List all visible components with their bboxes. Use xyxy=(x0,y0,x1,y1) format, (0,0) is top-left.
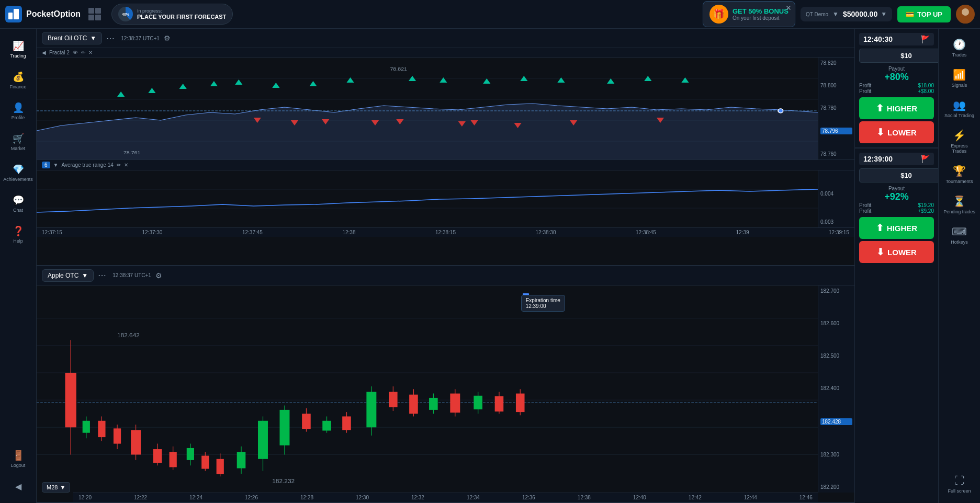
far-sidebar-item-fullscreen[interactable]: ⛶ Full screen xyxy=(941,471,978,498)
fractal-close-icon[interactable]: ✕ xyxy=(88,50,93,55)
sidebar-item-market[interactable]: 🛒 Market xyxy=(3,128,34,156)
atr-label: Average true range 14 xyxy=(61,162,113,168)
chat-icon: 💬 xyxy=(13,195,24,206)
fractal-indicator-label: Fractal 2 xyxy=(49,50,70,55)
brent-svg: 78.761 78.821 xyxy=(37,58,818,159)
fractal-collapse-icon[interactable]: ◀ xyxy=(42,50,46,55)
chart-apple: Apple OTC ▼ ⋯ 12:38:37 UTC+1 ⚙ Expiratio… xyxy=(37,266,854,504)
brent-time-axis: 12:37:15 12:37:30 12:37:45 12:38 12:38:1… xyxy=(37,227,854,237)
svg-marker-20 xyxy=(557,77,565,83)
top-profit-change-row: Profit +$8.00 xyxy=(859,88,934,94)
bottom-profit-val: $19.20 xyxy=(918,202,934,208)
charts-area: Brent Oil OTC ▼ ⋯ 12:38:37 UTC+1 ⚙ ◀ Fra… xyxy=(37,29,854,503)
svg-rect-68 xyxy=(237,452,246,468)
far-sidebar-item-express-trades[interactable]: ⚡ Express Trades xyxy=(941,125,978,158)
sidebar-item-profile[interactable]: 👤 Profile xyxy=(3,97,34,125)
svg-marker-23 xyxy=(681,77,689,83)
atr-collapse-icon[interactable]: ▼ xyxy=(53,162,59,168)
sidebar-item-trading[interactable]: 📈 Trading xyxy=(3,35,34,64)
far-sidebar-item-tournaments[interactable]: 🏆 Tournaments xyxy=(941,161,978,188)
topup-button[interactable]: 💳 TOP UP xyxy=(897,6,951,22)
brent-settings-icon[interactable]: ⚙ xyxy=(164,34,171,42)
market-icon: 🛒 xyxy=(13,133,24,144)
apple-price-axis: 182.700 182.600 182.500 182.400 182.428 … xyxy=(818,285,854,493)
top-higher-button[interactable]: ⬆ HIGHER xyxy=(859,97,934,119)
svg-text:182.642: 182.642 xyxy=(117,332,140,338)
svg-rect-66 xyxy=(217,459,224,474)
svg-rect-84 xyxy=(409,394,418,414)
svg-rect-94 xyxy=(516,393,525,411)
sidebar-item-help[interactable]: ❓ Help xyxy=(3,220,34,249)
header-right: 🎁 GET 50% BONUS On your first deposit ✕ … xyxy=(703,1,975,27)
express-trades-icon: ⚡ xyxy=(953,129,966,142)
svg-rect-88 xyxy=(450,393,460,413)
bottom-profit-row: Profit $19.20 xyxy=(859,202,934,208)
apple-chart-main[interactable]: Expiration time 12:39:00 xyxy=(37,285,818,493)
sidebar-item-finance[interactable]: 💰 Finance xyxy=(3,66,34,95)
svg-marker-12 xyxy=(235,79,242,85)
apple-settings-icon[interactable]: ⚙ xyxy=(155,271,162,280)
svg-rect-82 xyxy=(389,392,398,407)
fractal-edit-icon[interactable]: ✏ xyxy=(81,50,85,55)
svg-rect-76 xyxy=(322,420,331,430)
account-dropdown-arrow[interactable]: ▼ xyxy=(881,10,887,18)
far-sidebar-item-trades[interactable]: 🕐 Trades xyxy=(941,34,978,62)
far-sidebar-item-pending-trades[interactable]: ⏳ Pending trades xyxy=(941,191,978,219)
svg-marker-13 xyxy=(272,83,279,88)
bottom-profit-change: +$9.20 xyxy=(918,208,934,214)
tournaments-icon: 🏆 xyxy=(953,165,966,177)
top-payout-label: Payout xyxy=(859,66,934,72)
trade-panel-bottom: 12:39:00 🚩 $ Payout +92% Profit $19.20 P… xyxy=(855,148,938,267)
sidebar-item-achievements[interactable]: 💎 Achievements xyxy=(3,158,34,187)
far-sidebar-item-hotkeys[interactable]: ⌨ Hotkeys xyxy=(941,221,978,249)
apple-asset-selector[interactable]: Apple OTC ▼ xyxy=(42,269,94,282)
top-flag-icon: 🚩 xyxy=(921,35,930,43)
sidebar-item-chat[interactable]: 💬 Chat xyxy=(3,189,34,218)
top-trade-time: 12:40:30 xyxy=(863,35,893,43)
atr-svg xyxy=(37,170,818,227)
far-sidebar-item-signals[interactable]: 📶 Signals xyxy=(941,64,978,92)
bottom-amount-row: $ xyxy=(859,168,934,182)
fullscreen-icon: ⛶ xyxy=(954,475,965,487)
bottom-lower-button[interactable]: ⬇ LOWER xyxy=(859,241,934,263)
pending-trades-icon: ⏳ xyxy=(953,195,966,208)
svg-point-2 xyxy=(962,8,969,16)
close-bonus-button[interactable]: ✕ xyxy=(785,4,792,12)
fractal-eye-icon[interactable]: 👁 xyxy=(73,50,78,55)
achievements-icon: 💎 xyxy=(13,164,24,175)
profile-icon: 👤 xyxy=(13,102,24,113)
top-header: PocketOption 40% In progress: PLACE YOUR… xyxy=(0,0,980,29)
brent-asset-label: Brent Oil OTC xyxy=(48,35,87,42)
top-amount-row: $ xyxy=(859,49,934,63)
bottom-lower-label: LOWER xyxy=(887,248,917,257)
top-time-display: 12:40:30 🚩 xyxy=(859,33,934,45)
bottom-profit-change-row: Profit +$9.20 xyxy=(859,208,934,214)
trade-panels: 12:40:30 🚩 $ Payout +80% Profit $18.00 P… xyxy=(854,29,938,503)
brent-options-icon[interactable]: ⋯ xyxy=(106,33,115,43)
apple-timeframe-selector[interactable]: M28 ▼ xyxy=(42,482,70,493)
avatar[interactable] xyxy=(956,5,975,24)
svg-text:78.761: 78.761 xyxy=(123,150,141,155)
atr-edit-icon[interactable]: ✏ xyxy=(117,162,121,168)
bottom-payout-pct: +92% xyxy=(859,191,934,202)
apple-options-icon[interactable]: ⋯ xyxy=(98,270,106,280)
far-sidebar-item-social-trading[interactable]: 👥 Social Trading xyxy=(941,95,978,122)
top-profit-row: Profit $18.00 xyxy=(859,83,934,88)
bottom-payout-section: Payout +92% Profit $19.20 Profit +$9.20 xyxy=(859,186,934,214)
top-lower-label: LOWER xyxy=(887,128,917,137)
sidebar-item-arrow[interactable]: ◀ xyxy=(3,476,34,497)
apple-timeframe-arrow: ▼ xyxy=(60,484,65,490)
trade-panel-top: 12:40:30 🚩 $ Payout +80% Profit $18.00 P… xyxy=(855,29,938,148)
account-label: QT Demo xyxy=(806,12,828,17)
brent-asset-selector[interactable]: Brent Oil OTC ▼ xyxy=(42,32,102,44)
top-lower-button[interactable]: ⬇ LOWER xyxy=(859,121,934,143)
bonus-title: GET 50% BONUS xyxy=(733,7,788,15)
bottom-higher-button[interactable]: ⬆ HIGHER xyxy=(859,217,934,239)
help-icon: ❓ xyxy=(13,225,24,237)
grid-view-icon[interactable] xyxy=(88,8,101,20)
bottom-payout-label: Payout xyxy=(859,186,934,191)
sidebar-item-logout[interactable]: 🚪 Logout xyxy=(3,444,34,473)
bottom-higher-arrow-icon: ⬆ xyxy=(876,222,884,234)
brent-chart-main[interactable]: 78.761 78.821 xyxy=(37,58,818,159)
atr-close-icon[interactable]: ✕ xyxy=(124,162,128,168)
